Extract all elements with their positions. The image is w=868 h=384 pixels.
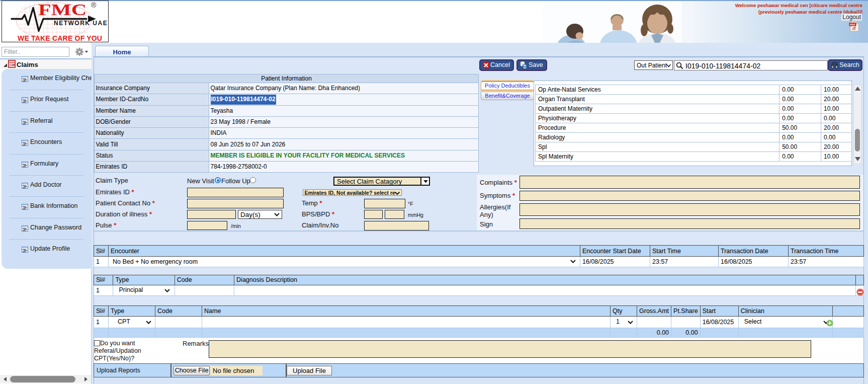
svg-text:WE TAKE CARE OF YOU: WE TAKE CARE OF YOU (18, 34, 102, 42)
svg-text:PDF: PDF (850, 23, 856, 26)
svg-text:®: ® (91, 1, 97, 9)
svg-text:NETWORK UAE: NETWORK UAE (54, 20, 108, 27)
svg-text:FMC: FMC (38, 1, 86, 19)
